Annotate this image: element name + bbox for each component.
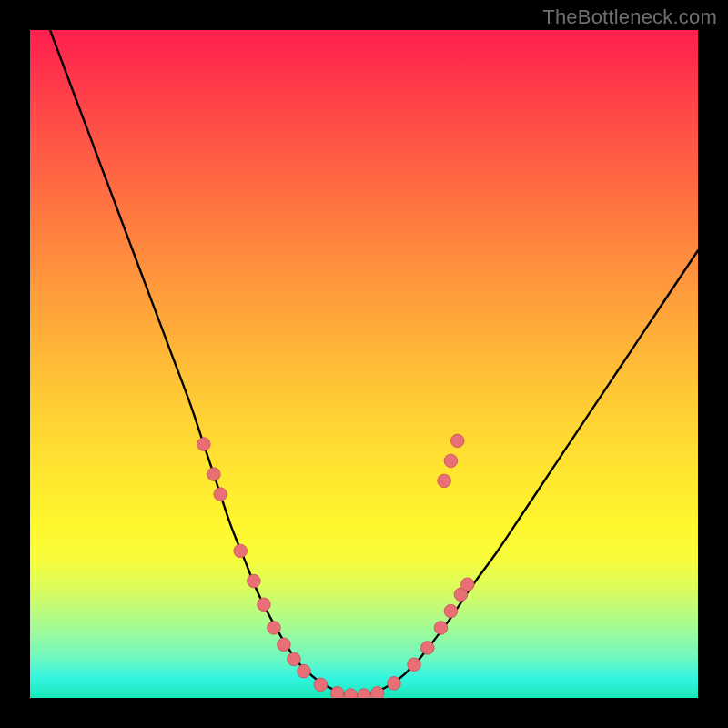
chart-svg: [30, 30, 698, 698]
curve-markers-group: [197, 434, 475, 698]
curve-marker: [248, 574, 261, 588]
curve-marker: [408, 658, 421, 672]
curve-marker: [444, 454, 458, 468]
curve-marker: [278, 638, 291, 652]
curve-marker: [314, 678, 328, 692]
curve-marker: [207, 468, 221, 481]
curve-marker: [234, 544, 248, 558]
curve-marker: [388, 677, 401, 691]
curve-marker: [344, 689, 358, 698]
curve-marker: [370, 687, 384, 698]
curve-marker: [420, 642, 434, 655]
curve-marker: [358, 689, 371, 698]
curve-marker: [330, 687, 344, 698]
curve-marker: [258, 598, 271, 612]
curve-marker: [298, 664, 311, 678]
bottleneck-curve-line: [50, 30, 698, 695]
watermark-text: TheBottleneck.com: [542, 5, 717, 29]
curve-marker: [197, 438, 211, 451]
curve-marker: [288, 652, 301, 666]
curve-marker: [444, 604, 458, 618]
curve-marker: [450, 434, 464, 448]
curve-marker: [268, 622, 281, 635]
curve-marker: [434, 622, 448, 635]
chart-plot-area: [30, 30, 698, 698]
curve-marker: [460, 578, 474, 592]
curve-marker: [438, 474, 451, 488]
curve-marker: [214, 488, 228, 501]
